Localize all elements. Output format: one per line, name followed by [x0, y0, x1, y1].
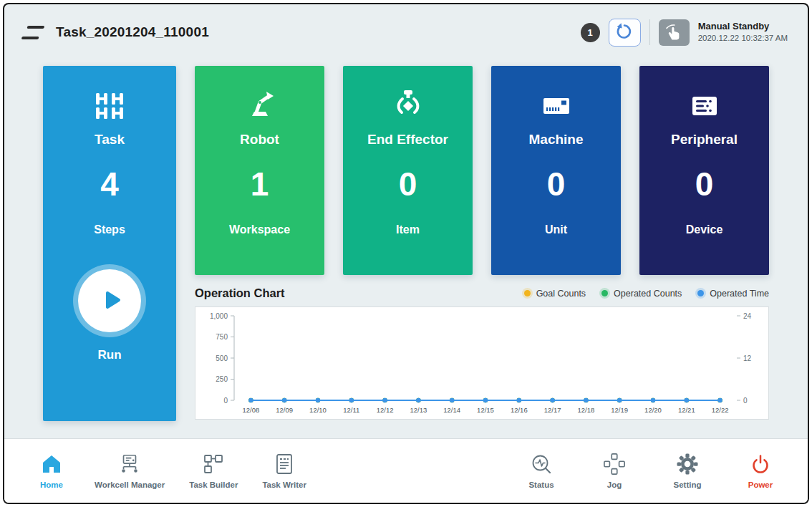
peripheral-card-unit: Device [686, 223, 723, 236]
svg-text:12/18: 12/18 [578, 406, 595, 414]
svg-text:12/22: 12/22 [712, 406, 729, 414]
svg-text:12/09: 12/09 [276, 406, 293, 414]
header-divider [649, 19, 650, 45]
operation-chart-svg: 1,00075050025002412012/0812/0912/1012/11… [195, 307, 768, 419]
svg-text:12/16: 12/16 [511, 406, 528, 414]
end-effector-card-value: 0 [399, 165, 417, 203]
manual-mode-icon[interactable] [659, 19, 690, 46]
workcell-cards: Robot 1 Workspace [195, 66, 769, 275]
machine-card-value: 0 [547, 165, 566, 203]
robot-card-value: 1 [251, 165, 269, 203]
nav-label: Setting [674, 481, 702, 489]
svg-text:12/17: 12/17 [544, 406, 561, 414]
robot-card-unit: Workspace [229, 223, 290, 236]
nav-item-workcell-manager[interactable]: Workcell Manager [95, 453, 165, 489]
run-label: Run [97, 348, 121, 362]
svg-text:24: 24 [743, 312, 752, 320]
header: Task_20201204_110001 1 Manua [4, 4, 808, 52]
app-frame: Task_20201204_110001 1 Manua [3, 3, 809, 504]
svg-text:12/11: 12/11 [343, 406, 359, 414]
dashboard: Task 4 Steps Run [4, 54, 808, 437]
operation-chart-section: Operation Chart Goal Counts Operated Cou… [195, 286, 769, 420]
robot-icon [243, 84, 276, 120]
nav-item-setting[interactable]: Setting [669, 453, 706, 489]
svg-text:12/08: 12/08 [243, 406, 260, 414]
nav-item-jog[interactable]: Jog [596, 453, 633, 489]
nav-label: Workcell Manager [95, 481, 165, 489]
nav-label: Power [748, 481, 773, 489]
legend-label: Operated Counts [614, 289, 682, 299]
robot-card-title: Robot [240, 132, 279, 148]
goal-counts-dot-icon [524, 290, 531, 296]
reset-icon [615, 22, 634, 43]
setting-icon [677, 453, 698, 475]
machine-card[interactable]: Machine 0 Unit [491, 66, 621, 275]
task-builder-icon [203, 453, 224, 475]
legend-label: Operated Time [710, 289, 769, 299]
svg-text:12/20: 12/20 [644, 406, 662, 414]
svg-text:12/19: 12/19 [611, 406, 628, 414]
notification-badge: 1 [581, 23, 600, 42]
legend-operated-counts: Operated Counts [601, 289, 682, 299]
task-card-unit: Steps [94, 223, 125, 236]
svg-text:0: 0 [743, 397, 748, 405]
task-card-value: 4 [100, 165, 119, 203]
svg-text:500: 500 [216, 354, 228, 362]
end-effector-icon [393, 84, 423, 120]
legend-operated-time: Operated Time [697, 289, 769, 299]
robot-card[interactable]: Robot 1 Workspace [195, 66, 324, 275]
peripheral-card-title: Peripheral [671, 132, 738, 148]
chart-title: Operation Chart [195, 286, 285, 300]
legend-label: Goal Counts [536, 289, 586, 299]
operated-time-dot-icon [697, 290, 704, 296]
menu-icon[interactable] [21, 26, 45, 39]
svg-text:12/13: 12/13 [410, 406, 427, 414]
mode-label: Manual Standby [698, 21, 788, 33]
svg-text:12/10: 12/10 [309, 406, 327, 414]
nav-item-status[interactable]: Status [523, 453, 560, 489]
nav-item-task-writer[interactable]: Task Writer [262, 453, 306, 489]
legend-goal-counts: Goal Counts [524, 289, 586, 299]
nav-label: Task Builder [189, 481, 238, 489]
nav-item-power[interactable]: Power [742, 453, 779, 489]
nav-label: Task Writer [262, 481, 306, 489]
peripheral-card-value: 0 [695, 165, 714, 203]
svg-text:12/14: 12/14 [443, 406, 460, 414]
task-card-title: Task [95, 132, 125, 148]
mode-timestamp: 2020.12.22 10:32:37 AM [698, 33, 788, 44]
svg-text:12/15: 12/15 [477, 406, 494, 414]
nav-item-task-builder[interactable]: Task Builder [189, 453, 238, 489]
machine-card-unit: Unit [545, 223, 567, 236]
svg-text:750: 750 [216, 333, 228, 341]
jog-icon [603, 453, 626, 475]
play-icon [95, 288, 124, 314]
task-writer-icon [274, 453, 295, 475]
task-icon [93, 84, 126, 120]
end-effector-card-unit: Item [396, 223, 420, 236]
svg-text:12/12: 12/12 [377, 406, 394, 414]
task-card[interactable]: Task 4 Steps Run [43, 66, 176, 421]
svg-text:250: 250 [216, 375, 228, 383]
nav-item-home[interactable]: Home [33, 453, 70, 489]
run-button[interactable] [78, 269, 141, 332]
end-effector-card[interactable]: End Effector 0 Item [343, 66, 473, 275]
svg-text:12: 12 [743, 354, 752, 362]
workcell-manager-icon [118, 453, 141, 475]
operated-counts-dot-icon [601, 290, 608, 296]
svg-text:1,000: 1,000 [210, 312, 228, 320]
end-effector-card-title: End Effector [367, 132, 448, 148]
svg-text:12/21: 12/21 [678, 406, 695, 414]
page-title: Task_20201204_110001 [56, 24, 209, 40]
bottom-nav: Home Workcell Manager [4, 438, 808, 503]
chart-legend: Goal Counts Operated Counts Operated Tim… [524, 289, 769, 299]
nav-label: Status [528, 481, 554, 489]
status-icon [531, 453, 552, 475]
nav-label: Jog [607, 481, 622, 489]
home-icon [42, 453, 62, 475]
peripheral-card[interactable]: Peripheral 0 Device [639, 66, 769, 275]
machine-card-title: Machine [528, 132, 583, 148]
machine-icon [540, 84, 573, 120]
reset-button[interactable] [609, 19, 641, 47]
nav-label: Home [40, 481, 63, 489]
operation-chart: 1,00075050025002412012/0812/0912/1012/11… [195, 306, 769, 420]
